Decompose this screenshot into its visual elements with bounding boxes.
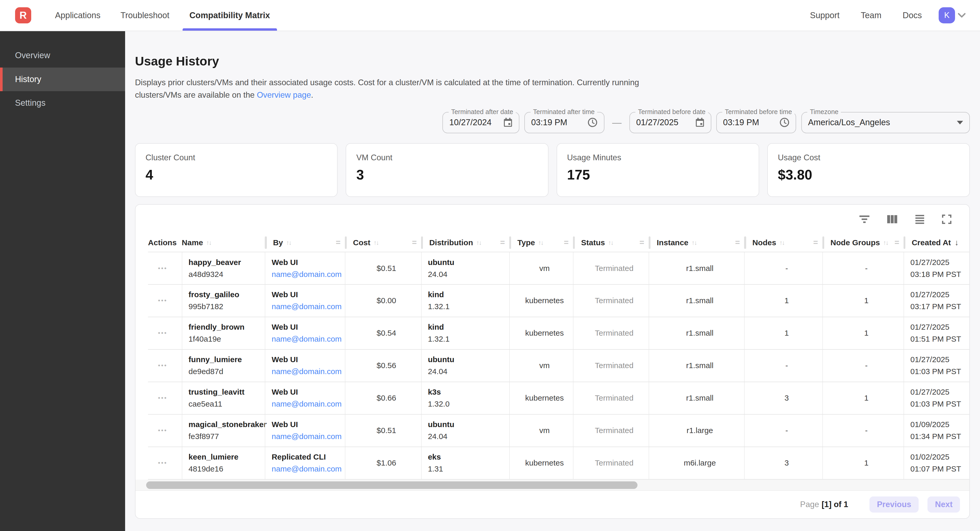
nav-item-compatibility-matrix[interactable]: Compatibility Matrix bbox=[183, 0, 277, 31]
sort-icon[interactable]: ↑↓ bbox=[206, 239, 211, 246]
density-icon[interactable] bbox=[915, 215, 925, 224]
cell-created-at: 01/27/202501:51 PM PST bbox=[904, 317, 965, 349]
cell-nodes: 1 bbox=[744, 285, 822, 317]
email-link[interactable]: name@domain.com bbox=[272, 367, 345, 376]
column-header-cost[interactable]: Cost↑↓= bbox=[345, 233, 421, 252]
timezone-select[interactable]: Timezone America/Los_Angeles bbox=[801, 112, 970, 133]
clock-icon[interactable] bbox=[775, 117, 790, 127]
calendar-icon[interactable] bbox=[498, 117, 512, 127]
sort-desc-icon[interactable]: ↓ bbox=[955, 238, 959, 247]
column-header-created-at[interactable]: Created At↓ bbox=[904, 233, 965, 252]
row-actions-button[interactable]: ••• bbox=[148, 317, 182, 349]
row-actions-button[interactable]: ••• bbox=[148, 285, 182, 317]
table-row: •••friendly_brown1f40a19eWeb UIname@doma… bbox=[148, 317, 969, 350]
row-actions-button[interactable]: ••• bbox=[148, 415, 182, 447]
sort-icon[interactable]: ↑↓ bbox=[538, 239, 543, 246]
column-resize-handle[interactable]: = bbox=[735, 238, 740, 247]
column-resize-handle[interactable]: = bbox=[412, 238, 417, 247]
column-resize-handle[interactable]: = bbox=[813, 238, 818, 247]
horizontal-scrollbar bbox=[135, 480, 969, 491]
nav-item-team[interactable]: Team bbox=[854, 11, 888, 20]
fullscreen-icon[interactable] bbox=[942, 215, 951, 224]
row-actions-button[interactable]: ••• bbox=[148, 382, 182, 414]
email-link[interactable]: name@domain.com bbox=[272, 432, 345, 441]
filter-row: Terminated after date 10/27/2024 Termina… bbox=[135, 112, 970, 133]
cell-by: Web UIname@domain.com bbox=[265, 317, 345, 349]
column-resize-handle[interactable]: = bbox=[336, 238, 340, 247]
data-grid: ActionsName↑↓By↑↓=Cost↑↓=Distribution↑↓=… bbox=[135, 233, 969, 480]
sort-icon[interactable]: ↑↓ bbox=[779, 239, 784, 246]
nav-item-support[interactable]: Support bbox=[803, 11, 846, 20]
email-link[interactable]: name@domain.com bbox=[272, 270, 345, 279]
terminated-after-date-field[interactable]: Terminated after date 10/27/2024 bbox=[442, 112, 519, 133]
column-header-status[interactable]: Status↑↓= bbox=[573, 233, 649, 252]
scrollbar-thumb[interactable] bbox=[146, 481, 638, 489]
cell-distribution: k3s1.32.0 bbox=[421, 382, 509, 414]
email-link[interactable]: name@domain.com bbox=[272, 399, 345, 408]
cell-created-at: 01/09/202501:34 PM PST bbox=[904, 415, 965, 447]
replicated-logo[interactable]: R bbox=[15, 7, 31, 24]
column-header-instance[interactable]: Instance↑↓= bbox=[649, 233, 745, 252]
sort-icon[interactable]: ↑↓ bbox=[883, 239, 888, 246]
sidebar-item-overview[interactable]: Overview bbox=[0, 44, 125, 67]
description-line-1: Displays prior clusters/VMs and their as… bbox=[135, 76, 970, 89]
row-actions-button[interactable]: ••• bbox=[148, 447, 182, 479]
column-header-nodes[interactable]: Nodes↑↓= bbox=[744, 233, 822, 252]
field-value: 03:19 PM bbox=[531, 118, 567, 127]
filter-icon[interactable] bbox=[859, 215, 870, 223]
column-separator bbox=[345, 236, 347, 249]
cell-distribution: eks1.31 bbox=[421, 447, 509, 479]
column-header-distribution[interactable]: Distribution↑↓= bbox=[421, 233, 509, 252]
previous-page-button[interactable]: Previous bbox=[869, 496, 919, 512]
sidebar-item-settings[interactable]: Settings bbox=[0, 91, 125, 115]
email-link[interactable]: name@domain.com bbox=[272, 302, 345, 311]
email-link[interactable]: name@domain.com bbox=[272, 464, 345, 473]
page-number: [1] of 1 bbox=[822, 500, 848, 509]
sort-icon[interactable]: ↑↓ bbox=[286, 239, 291, 246]
calendar-icon[interactable] bbox=[690, 117, 704, 127]
cell-node-groups: - bbox=[822, 252, 904, 284]
terminated-before-date-field[interactable]: Terminated before date 01/27/2025 bbox=[629, 112, 711, 133]
cell-created-at: 01/02/202501:07 PM PST bbox=[904, 447, 965, 479]
cell-by: Web UIname@domain.com bbox=[265, 382, 345, 414]
columns-icon[interactable] bbox=[887, 215, 897, 223]
application-window: R Applications Troubleshoot Compatibilit… bbox=[0, 0, 980, 531]
sort-icon[interactable]: ↑↓ bbox=[476, 239, 481, 246]
cell-by: Web UIname@domain.com bbox=[265, 285, 345, 317]
chevron-down-icon[interactable] bbox=[958, 13, 966, 18]
cell-cost: $0.51 bbox=[345, 252, 421, 284]
column-resize-handle[interactable]: = bbox=[894, 238, 899, 247]
nav-tabs: Applications Troubleshoot Compatibility … bbox=[45, 0, 280, 31]
sort-icon[interactable]: ↑↓ bbox=[374, 239, 379, 246]
nav-item-applications[interactable]: Applications bbox=[48, 0, 107, 31]
nav-item-troubleshoot[interactable]: Troubleshoot bbox=[114, 0, 177, 31]
cell-instance: r1.small bbox=[649, 285, 745, 317]
clock-icon[interactable] bbox=[582, 117, 598, 127]
dropdown-arrow-icon bbox=[957, 121, 963, 124]
email-link[interactable]: name@domain.com bbox=[272, 334, 345, 344]
overview-page-link[interactable]: Overview page bbox=[257, 90, 311, 100]
cell-status: Terminated bbox=[573, 447, 649, 479]
column-header-name[interactable]: Name↑↓ bbox=[182, 233, 265, 252]
sidebar-item-history[interactable]: History bbox=[0, 68, 125, 91]
next-page-button[interactable]: Next bbox=[928, 496, 960, 512]
column-header-node-groups[interactable]: Node Groups↑↓= bbox=[822, 233, 904, 252]
column-resize-handle[interactable]: = bbox=[500, 238, 505, 247]
sort-icon[interactable]: ↑↓ bbox=[692, 239, 697, 246]
column-header-type[interactable]: Type↑↓= bbox=[509, 233, 573, 252]
column-resize-handle[interactable]: = bbox=[640, 238, 644, 247]
column-resize-handle[interactable]: = bbox=[564, 238, 568, 247]
column-header-by[interactable]: By↑↓= bbox=[265, 233, 345, 252]
sort-icon[interactable]: ↑↓ bbox=[608, 239, 613, 246]
cell-distribution: ubuntu24.04 bbox=[421, 350, 509, 382]
terminated-before-time-field[interactable]: Terminated before time 03:19 PM bbox=[716, 112, 796, 133]
avatar[interactable]: K bbox=[939, 7, 955, 24]
row-actions-button[interactable]: ••• bbox=[148, 252, 182, 284]
stat-value: 3 bbox=[356, 167, 538, 182]
range-separator: — bbox=[609, 117, 624, 128]
cell-created-at: 01/27/202503:18 PM PST bbox=[904, 252, 965, 284]
row-actions-button[interactable]: ••• bbox=[148, 350, 182, 382]
table-body: •••happy_beavera48d9324Web UIname@domain… bbox=[148, 252, 969, 480]
nav-item-docs[interactable]: Docs bbox=[896, 11, 929, 20]
terminated-after-time-field[interactable]: Terminated after time 03:19 PM bbox=[524, 112, 605, 133]
